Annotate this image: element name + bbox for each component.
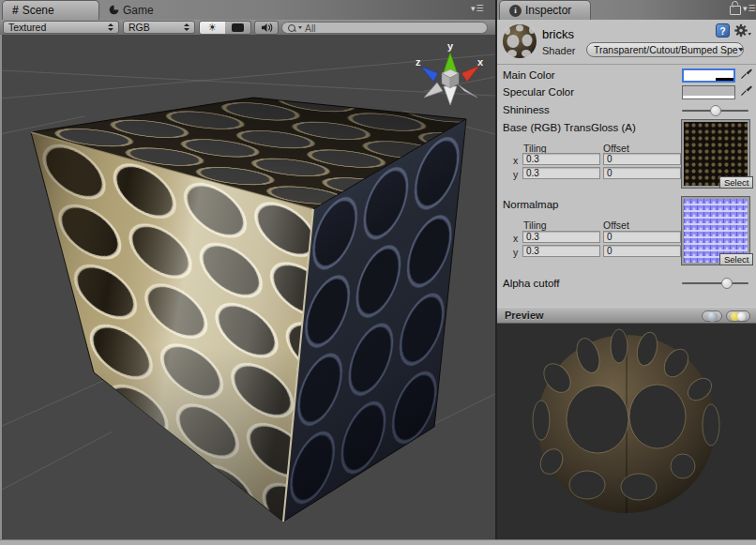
search-icon bbox=[288, 24, 295, 32]
game-icon bbox=[109, 5, 119, 15]
orientation-gizmo[interactable]: y x z bbox=[416, 40, 484, 105]
gizmo-axis-z-icon[interactable] bbox=[421, 67, 438, 82]
tab-inspector[interactable]: i Inspector bbox=[499, 0, 591, 20]
normal-offset-y-input[interactable] bbox=[603, 245, 681, 257]
sun-icon: ☀ bbox=[208, 22, 218, 34]
tab-game[interactable]: Game bbox=[99, 0, 163, 20]
gear-icon[interactable] bbox=[734, 23, 751, 38]
main-color-label: Main Color bbox=[503, 69, 555, 81]
material-name: bricks bbox=[542, 27, 574, 41]
window-bottom-strip bbox=[0, 539, 756, 545]
panel-divider[interactable] bbox=[495, 0, 497, 545]
base-offset-y-input[interactable] bbox=[603, 167, 681, 179]
specular-color-label: Specular Color bbox=[503, 86, 574, 98]
chevron-down-icon bbox=[738, 48, 744, 52]
material-preview-icon bbox=[501, 23, 538, 60]
info-icon: i bbox=[509, 5, 522, 17]
image-icon bbox=[232, 23, 244, 32]
color-mode-dropdown[interactable]: RGB bbox=[123, 21, 195, 34]
base-offset-x-input[interactable] bbox=[603, 153, 681, 165]
preview-title: Preview bbox=[505, 310, 544, 321]
render-mode-dropdown[interactable]: Textured bbox=[3, 21, 119, 34]
alpha-cutoff-slider-track[interactable] bbox=[682, 282, 748, 284]
color-mode-value: RGB bbox=[129, 22, 150, 33]
light-dot-icon bbox=[737, 312, 746, 321]
normal-tiling-y-input[interactable] bbox=[522, 245, 600, 257]
dropdown-arrows-icon bbox=[183, 23, 189, 32]
search-filter-caret-icon bbox=[298, 26, 302, 29]
scene-audio-toggle[interactable] bbox=[254, 21, 279, 35]
scene-panel-menu-icon[interactable]: ▾☰ bbox=[471, 4, 485, 13]
scene-lighting-toggle[interactable]: ☀ bbox=[199, 21, 226, 35]
lock-icon[interactable] bbox=[730, 6, 741, 15]
gizmo-x-label: x bbox=[477, 56, 484, 68]
base-y-label: y bbox=[513, 169, 518, 180]
alpha-cutoff-slider-handle[interactable] bbox=[721, 278, 733, 289]
alpha-cutoff-label: Alpha cutoff bbox=[503, 278, 560, 289]
normal-tiling-x-input[interactable] bbox=[522, 231, 600, 243]
normal-x-label: x bbox=[513, 233, 518, 244]
gizmo-cube-icon[interactable] bbox=[442, 69, 459, 88]
unity-editor-window: # Scene Game ▾☰ Textured RGB ☀ bbox=[0, 0, 756, 545]
normal-tiling-header: Tiling bbox=[523, 220, 547, 231]
tab-game-label: Game bbox=[123, 4, 154, 17]
cube-model bbox=[31, 98, 466, 522]
specular-color-alpha-bar bbox=[683, 96, 734, 98]
normalmap-label: Normalmap bbox=[503, 199, 558, 210]
inspector-panel-menu-icon[interactable]: ▾☰ bbox=[743, 4, 756, 13]
shader-label: Shader bbox=[542, 45, 575, 56]
shininess-label: Shininess bbox=[503, 104, 550, 115]
tab-scene-label: Scene bbox=[23, 4, 54, 17]
render-mode-value: Textured bbox=[8, 22, 46, 33]
search-value: All bbox=[305, 23, 316, 34]
scene-toolbar: Textured RGB ☀ All bbox=[0, 20, 495, 36]
scene-3d-render: y x z bbox=[2, 35, 495, 539]
preview-sphere-button[interactable] bbox=[702, 310, 722, 322]
preview-area[interactable]: + bbox=[497, 324, 756, 539]
base-x-label: x bbox=[513, 155, 518, 166]
main-color-alpha-bar bbox=[684, 78, 733, 81]
scene-grid-icon: # bbox=[12, 5, 19, 16]
shininess-slider-handle[interactable] bbox=[710, 105, 721, 116]
gizmo-axis-x-icon[interactable] bbox=[461, 66, 479, 82]
normalmap-select-button[interactable]: Select bbox=[719, 253, 753, 265]
inspector-panel: bricks Shader Transparent/Cutout/Bumped … bbox=[497, 20, 756, 539]
inspector-tabbar: i Inspector ▾☰ bbox=[497, 0, 756, 20]
scene-search-field[interactable]: All bbox=[281, 22, 488, 34]
preview-sphere-render bbox=[497, 324, 756, 539]
preview-header[interactable]: Preview bbox=[497, 307, 756, 324]
eyedropper-icon[interactable] bbox=[739, 84, 752, 98]
sphere-icon bbox=[707, 311, 718, 322]
base-map-label: Base (RGB) TransGloss (A) bbox=[503, 122, 636, 133]
gizmo-y-label: y bbox=[447, 40, 454, 52]
base-tiling-x-input[interactable] bbox=[522, 153, 600, 165]
gizmo-z-label: z bbox=[416, 56, 421, 68]
scene-viewport[interactable]: y x z bbox=[0, 35, 495, 539]
base-texture-select-button[interactable]: Select bbox=[719, 176, 753, 189]
normal-offset-x-input[interactable] bbox=[603, 231, 681, 243]
preview-lighting-button[interactable] bbox=[726, 310, 750, 322]
scene-effects-toggle[interactable] bbox=[225, 21, 251, 35]
gizmo-axis-gray-icon[interactable] bbox=[458, 84, 477, 98]
main-color-swatch[interactable] bbox=[682, 68, 735, 83]
scene-tabbar: # Scene Game ▾☰ bbox=[0, 0, 495, 20]
normal-offset-header: Offset bbox=[603, 220, 629, 231]
base-tiling-y-input[interactable] bbox=[522, 167, 600, 179]
speaker-icon bbox=[261, 23, 273, 33]
shader-value: Transparent/Cutout/Bumped Spe bbox=[594, 44, 738, 55]
shader-dropdown[interactable]: Transparent/Cutout/Bumped Spe bbox=[586, 42, 744, 57]
dropdown-arrows-icon bbox=[107, 23, 113, 32]
tab-inspector-label: Inspector bbox=[525, 4, 571, 17]
normal-y-label: y bbox=[513, 247, 518, 258]
material-header: bricks Shader Transparent/Cutout/Bumped … bbox=[497, 20, 756, 65]
eyedropper-icon[interactable] bbox=[739, 68, 752, 81]
tab-scene[interactable]: # Scene bbox=[2, 0, 99, 20]
gizmo-axis-gray-icon[interactable] bbox=[444, 86, 457, 105]
help-icon[interactable]: ? bbox=[716, 23, 730, 38]
specular-color-swatch[interactable] bbox=[682, 85, 735, 99]
